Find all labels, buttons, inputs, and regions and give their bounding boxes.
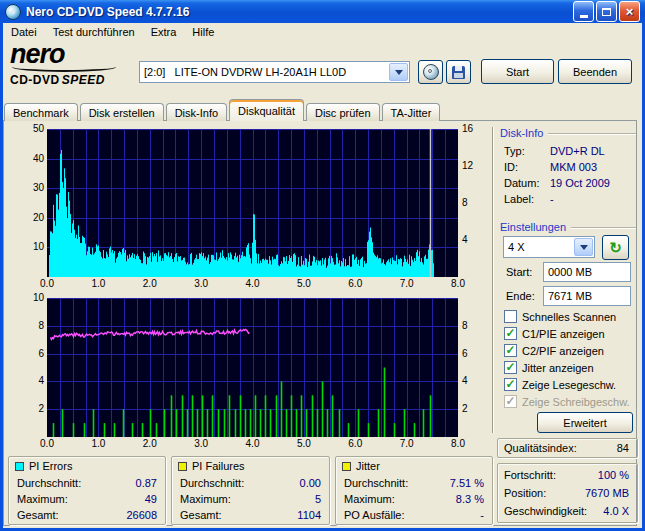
chevron-down-icon[interactable] [389,63,408,81]
quality-index-value: 84 [617,442,629,454]
minimize-button[interactable] [573,1,594,22]
axis-tick-label: 10 [20,292,44,303]
stats-title-text: Jitter [356,460,380,472]
axis-tick-label: 0.0 [36,278,58,289]
logo-product: CD-DVDSPEED [10,73,130,87]
checkbox-box[interactable] [504,361,517,374]
advanced-button[interactable]: Erweitert [537,412,633,433]
disc-icon [423,64,439,80]
datum-value: 19 Oct 2009 [550,177,610,189]
typ-value: DVD+R DL [550,145,605,157]
pif-legend-square [178,462,187,471]
menu-test-durchfuehren[interactable]: Test durchführen [45,24,143,40]
end-position-input[interactable] [543,286,631,306]
stats-row: PO Ausfälle:- [336,507,492,523]
tab-diskqualitaet[interactable]: Diskqualität [229,99,304,121]
stat-label: Maximum: [17,493,68,505]
menu-hilfe[interactable]: Hilfe [184,24,222,40]
window-controls: × [573,1,640,22]
title-bar[interactable]: Nero CD-DVD Speed 4.7.7.16 × [0,0,645,23]
stat-label: Maximum: [344,493,395,505]
quit-button[interactable]: Beenden [558,59,632,84]
stat-value: 8.3 % [456,493,484,505]
stat-label: Durchschnitt: [180,477,244,489]
nero-logo: nero CD-DVDSPEED [10,42,130,87]
axis-tick-label: 2.0 [139,438,161,449]
checkbox-box[interactable] [504,344,517,357]
axis-tick-label: 8 [462,320,468,331]
axis-tick-label: 7.0 [396,438,418,449]
axis-tick-label: 6 [20,348,44,359]
axis-tick-label: 5.0 [293,278,315,289]
stat-value: 26608 [126,509,157,521]
stat-value: 0.00 [300,477,321,489]
axis-tick-label: 12 [462,160,473,171]
logo-product-speed: SPEED [62,73,105,87]
checkbox-zeige-schreibgeschw: Zeige Schreibgeschw. [504,393,636,410]
disk-info-row-typ: Typ:DVD+R DL [504,143,634,159]
stats-row: Maximum:5 [172,491,329,507]
eject-disc-button[interactable] [418,60,443,84]
checkbox-zeige-lesegeschw[interactable]: Zeige Lesegeschw. [504,376,636,393]
tab-strip: Benchmark Disk erstellen Disk-Info Diskq… [4,99,442,121]
chevron-down-icon[interactable] [574,238,593,256]
stats-title-text: PI Failures [192,460,245,472]
axis-tick-label: 8 [20,320,44,331]
checkbox-schnelles-scannen[interactable]: Schnelles Scannen [504,308,636,325]
stats-row: Gesamt:26608 [9,507,165,523]
window-title: Nero CD-DVD Speed 4.7.7.16 [26,5,573,19]
axis-tick-label: 1.0 [87,278,109,289]
stat-value: 5 [315,493,321,505]
tab-benchmark[interactable]: Benchmark [4,103,78,121]
tab-disk-erstellen[interactable]: Disk erstellen [80,103,164,121]
checkbox-c2-pif-anzeigen[interactable]: C2/PIF anzeigen [504,342,636,359]
close-icon: × [626,5,634,18]
jitter-stats: Jitter Durchschnitt:7.51 % Maximum:8.3 %… [335,456,493,525]
drive-select[interactable]: [2:0] LITE-ON DVDRW LH-20A1H LL0D [139,61,410,83]
menu-extra[interactable]: Extra [143,24,185,40]
speed-select[interactable]: 4 X [503,236,595,258]
tab-disk-info[interactable]: Disk-Info [166,103,227,121]
fortschritt-label: Fortschritt: [504,469,556,481]
pi-failures-stats: PI Failures Durchschnitt:0.00 Maximum:5 … [171,456,330,525]
menu-datei[interactable]: Datei [3,24,45,40]
menu-bar: Datei Test durchführen Extra Hilfe [3,23,642,41]
tab-ta-jitter[interactable]: TA-Jitter [382,103,441,121]
minimize-icon [580,15,588,18]
refresh-icon: ↻ [609,240,622,255]
axis-tick-label: 2 [20,403,44,414]
checkbox-box[interactable] [504,327,517,340]
start-button[interactable]: Start [481,59,554,84]
close-button[interactable]: × [619,1,640,22]
position-label: Position: [504,487,546,499]
maximize-button[interactable] [596,1,617,22]
axis-tick-label: 7.0 [396,278,418,289]
checkbox-c1-pie-anzeigen[interactable]: C1/PIE anzeigen [504,325,636,342]
disk-info-header: Disk-Info [500,127,636,139]
stats-row: Gesamt:1104 [172,507,329,523]
checkbox-box[interactable] [504,310,517,323]
refresh-speed-button[interactable]: ↻ [602,235,629,260]
app-disc-icon [5,4,21,20]
axis-tick-label: 2 [462,403,468,414]
disk-info-rows: Typ:DVD+R DL ID:MKM 003 Datum:19 Oct 200… [504,143,634,207]
axis-tick-label: 4 [462,234,468,245]
checkbox-label: Zeige Lesegeschw. [522,379,616,391]
axis-tick-label: 30 [20,182,44,193]
settings-title: Einstellungen [500,221,566,233]
progress-row: Position:7670 MB [504,487,629,499]
checkbox-box[interactable] [504,378,517,391]
label-label: Label: [504,193,550,205]
start-position-input[interactable] [543,262,631,282]
checkbox-label: C1/PIE anzeigen [522,328,605,340]
stats-row: Maximum:49 [9,491,165,507]
axis-tick-label: 0.0 [36,438,58,449]
stats-row: Durchschnitt:0.87 [9,475,165,491]
axis-tick-label: 4 [462,375,468,386]
id-label: ID: [504,161,550,173]
checkbox-label: Schnelles Scannen [522,311,616,323]
tab-disc-pruefen[interactable]: Disc prüfen [306,103,380,121]
drive-select-value: [2:0] LITE-ON DVDRW LH-20A1H LL0D [140,66,388,78]
save-button[interactable] [446,60,471,84]
checkbox-jitter-anzeigen[interactable]: Jitter anzeigen [504,359,636,376]
